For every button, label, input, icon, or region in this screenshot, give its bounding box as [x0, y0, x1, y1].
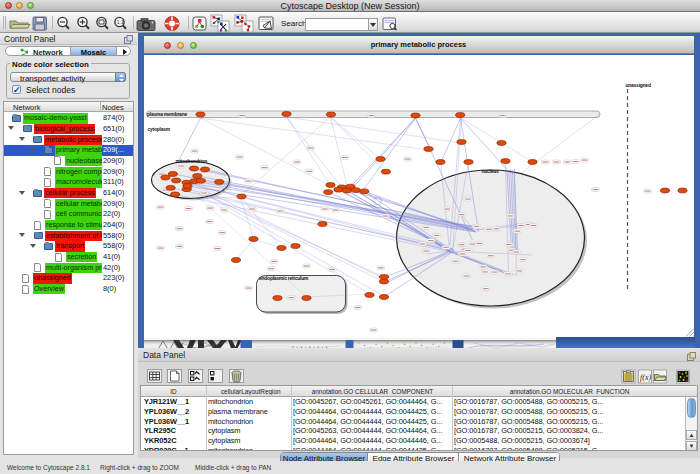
svg-text:unassigned: unassigned: [625, 83, 650, 88]
svg-text:nucleus: nucleus: [481, 169, 499, 174]
svg-text:1:1: 1:1: [117, 19, 124, 25]
svg-text:mitochondrion: mitochondrion: [175, 159, 207, 164]
svg-text:plasma membrane: plasma membrane: [147, 112, 187, 117]
svg-text:cytoplasm: cytoplasm: [147, 127, 170, 132]
svg-text:endoplasmic reticulum: endoplasmic reticulum: [259, 276, 309, 281]
svg-text:f(x): f(x): [640, 373, 651, 382]
